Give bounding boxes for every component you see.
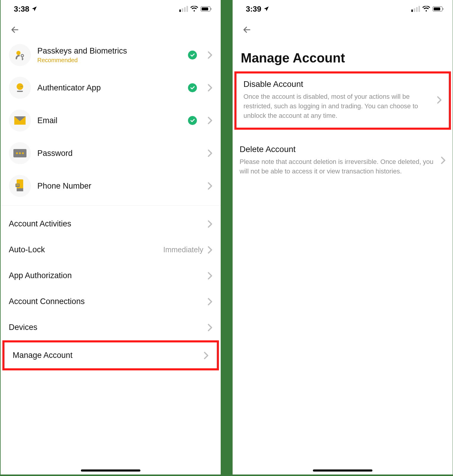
option-title: Delete Account (240, 145, 436, 154)
nav-bar (233, 18, 453, 39)
battery-icon (432, 6, 444, 12)
security-item-phone[interactable]: Phone Number (1, 170, 221, 202)
security-item-label: Password (37, 149, 201, 158)
location-icon (31, 6, 37, 12)
screen-manage-account: 3:39 Manage Account (233, 0, 453, 475)
battery-icon (200, 6, 212, 12)
cell-signal-icon (179, 6, 188, 12)
security-item-label: Passkeys and BiometricsRecommended (37, 46, 181, 64)
chevron-right-icon (208, 298, 212, 306)
phone-icon (9, 175, 31, 197)
back-button[interactable] (9, 24, 21, 36)
check-icon (190, 118, 195, 123)
page-title: Manage Account (233, 39, 453, 71)
settings-item-label: Manage Account (13, 351, 204, 360)
chevron-right-icon (208, 182, 212, 190)
manage-option-disable[interactable]: Disable AccountOnce the account is disab… (236, 73, 449, 128)
status-time: 3:39 (246, 4, 261, 14)
svg-rect-19 (443, 8, 443, 10)
status-bar: 3:39 (233, 0, 453, 18)
svg-rect-6 (17, 91, 23, 92)
chevron-right-icon (208, 149, 212, 157)
wifi-icon (422, 6, 430, 12)
location-icon (263, 6, 269, 12)
svg-rect-18 (434, 7, 440, 10)
check-icon (190, 85, 195, 90)
enabled-check-icon (188, 116, 197, 125)
security-item-passkeys[interactable]: Passkeys and BiometricsRecommended (1, 39, 221, 71)
svg-rect-1 (202, 7, 208, 10)
home-indicator[interactable] (81, 469, 140, 472)
passkeys-icon (9, 44, 31, 66)
security-item-email[interactable]: Email (1, 104, 221, 137)
cell-signal-icon (411, 6, 420, 12)
option-description: Once the account is disabled, most of yo… (244, 92, 432, 120)
highlight-box: Manage Account (2, 340, 219, 370)
chevron-right-icon (204, 352, 209, 359)
chevron-right-icon (208, 324, 212, 331)
chevron-right-icon (437, 96, 442, 104)
svg-point-11 (22, 152, 24, 154)
settings-item-autolock[interactable]: Auto-LockImmediately (1, 237, 221, 263)
svg-point-10 (19, 152, 21, 154)
check-icon (190, 52, 195, 58)
chevron-right-icon (208, 246, 212, 254)
settings-item-label: Devices (9, 323, 208, 332)
chevron-right-icon (208, 84, 212, 92)
enabled-check-icon (188, 51, 197, 60)
highlight-box: Disable AccountOnce the account is disab… (234, 71, 451, 130)
security-item-label: Email (37, 116, 181, 125)
option-description: Please note that account deletion is irr… (240, 157, 436, 176)
settings-item-label: App Authorization (9, 271, 208, 280)
status-bar: 3:38 (1, 0, 221, 18)
chevron-right-icon (208, 272, 212, 280)
settings-item-manage[interactable]: Manage Account (4, 342, 217, 368)
svg-rect-15 (16, 184, 19, 185)
chevron-right-icon (208, 51, 212, 59)
authapp-icon (9, 77, 31, 99)
settings-item-value: Immediately (163, 245, 203, 254)
svg-point-3 (16, 51, 21, 55)
chevron-right-icon (441, 156, 446, 164)
settings-item-devices[interactable]: Devices (1, 314, 221, 340)
svg-rect-2 (211, 8, 211, 10)
svg-rect-13 (17, 188, 23, 191)
back-button[interactable] (241, 24, 253, 36)
security-item-password[interactable]: Password (1, 137, 221, 170)
recommended-badge: Recommended (37, 57, 181, 64)
option-title: Disable Account (244, 79, 432, 89)
password-icon (9, 142, 31, 164)
chevron-right-icon (208, 220, 212, 228)
svg-point-9 (16, 152, 18, 154)
settings-item-appauth[interactable]: App Authorization (1, 263, 221, 289)
wifi-icon (190, 6, 198, 12)
arrow-left-icon (242, 25, 251, 34)
manage-option-delete[interactable]: Delete AccountPlease note that account d… (233, 139, 453, 183)
settings-item-activities[interactable]: Account Activities (1, 211, 221, 237)
security-item-label: Phone Number (37, 181, 201, 191)
svg-rect-16 (16, 185, 19, 186)
email-icon (9, 109, 31, 131)
security-item-label: Authenticator App (37, 83, 181, 93)
settings-item-label: Auto-Lock (9, 245, 163, 254)
settings-item-connections[interactable]: Account Connections (1, 289, 221, 314)
arrow-left-icon (10, 25, 19, 34)
security-item-authapp[interactable]: Authenticator App (1, 71, 221, 104)
settings-item-label: Account Connections (9, 297, 208, 306)
nav-bar (1, 18, 221, 39)
status-time: 3:38 (14, 4, 29, 14)
settings-item-label: Account Activities (9, 219, 208, 228)
screen-security-settings: 3:38 Passkeys and B (1, 0, 221, 475)
home-indicator[interactable] (313, 469, 372, 472)
enabled-check-icon (188, 83, 197, 92)
chevron-right-icon (208, 117, 212, 124)
